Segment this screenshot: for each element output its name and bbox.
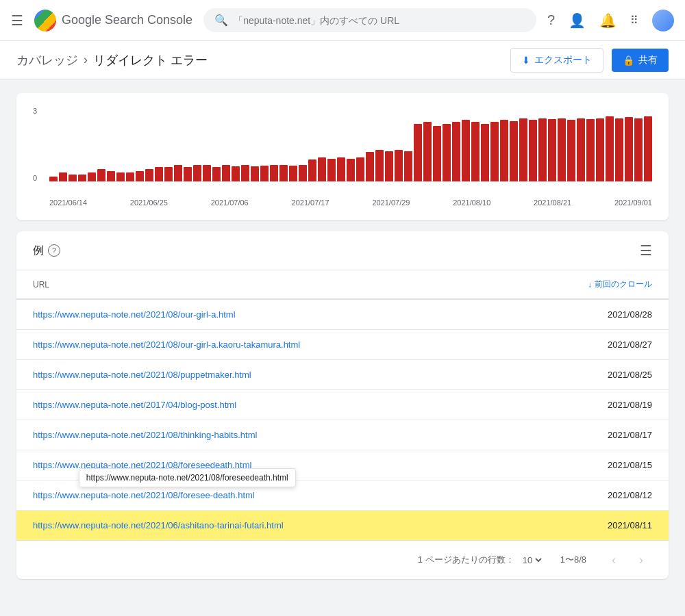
row-url-link[interactable]: https://www.neputa-note.net/2021/08/pupp… — [33, 370, 251, 380]
row-url-link[interactable]: https://www.neputa-note.net/2021/08/fore… — [33, 460, 251, 470]
row-date: 2021/08/17 — [608, 430, 652, 440]
pagination-nav: ‹ › — [603, 549, 652, 571]
accounts-icon[interactable]: 👤 — [569, 12, 586, 29]
chart-bar — [299, 165, 307, 182]
x-label: 2021/07/06 — [211, 198, 249, 207]
x-label: 2021/07/17 — [292, 198, 329, 207]
apps-icon[interactable]: ⠿ — [630, 14, 638, 27]
chart-bar — [606, 116, 614, 182]
chart-bar — [327, 159, 336, 182]
help-icon[interactable]: ? — [547, 12, 555, 28]
chart-bar — [586, 119, 595, 182]
chart-bar — [203, 165, 211, 182]
chart-bar — [251, 166, 259, 182]
breadcrumb-separator: › — [84, 53, 88, 67]
chart-bar — [548, 119, 556, 182]
chart-bar — [577, 118, 585, 183]
pagination-next-button[interactable]: › — [630, 549, 652, 571]
chart-bar — [193, 165, 201, 182]
chart-bar — [510, 121, 518, 182]
chart-x-labels: 2021/06/142021/06/252021/07/062021/07/17… — [33, 198, 652, 207]
search-bar[interactable]: 🔍 — [203, 8, 536, 32]
chart-bar — [97, 169, 105, 182]
chart-bar — [366, 152, 374, 182]
pagination-prev-button[interactable]: ‹ — [603, 549, 625, 571]
sub-header: カバレッジ › リダイレクト エラー ⬇ エクスポート 🔒 共有 — [0, 41, 685, 79]
chart-bar — [232, 166, 240, 182]
x-label: 2021/06/25 — [130, 198, 168, 207]
col-crawl-header[interactable]: ↓ 前回のクロール — [588, 279, 652, 290]
menu-icon[interactable]: ☰ — [11, 12, 23, 29]
logo-image — [34, 10, 56, 31]
table-help-icon[interactable]: ? — [48, 244, 60, 257]
avatar[interactable] — [652, 10, 674, 31]
chart-bar — [385, 151, 393, 182]
export-button[interactable]: ⬇ エクスポート — [510, 48, 603, 73]
chart-bar — [490, 122, 499, 182]
chart-container: 3 0 — [33, 107, 652, 196]
chart-bar — [558, 118, 566, 183]
chart-bar — [260, 166, 269, 182]
chart-bar — [500, 120, 508, 182]
search-input[interactable] — [234, 15, 525, 26]
rows-per-page-select[interactable]: 10 25 50 — [520, 554, 544, 566]
chart-bar — [404, 151, 412, 182]
breadcrumb-current: リダイレクト エラー — [93, 52, 208, 68]
chart-bar — [443, 124, 451, 182]
table-col-headers: URL ↓ 前回のクロール — [16, 270, 669, 300]
chart-bar — [241, 165, 249, 182]
y-label-bottom: 0 — [33, 174, 47, 182]
chart-bar — [356, 157, 364, 182]
table-row: https://www.neputa-note.net/2021/08/our-… — [16, 300, 669, 330]
row-url-link[interactable]: https://www.neputa-note.net/2021/08/thin… — [33, 430, 257, 440]
row-url-link[interactable]: https://www.neputa-note.net/2021/08/our-… — [33, 309, 236, 320]
pagination-rows-label: 1 ページあたりの行数： 10 25 50 — [418, 554, 544, 566]
share-button[interactable]: 🔒 共有 — [612, 49, 669, 72]
chart-bar — [567, 120, 575, 182]
chart-bar — [289, 166, 297, 182]
pagination: 1 ページあたりの行数： 10 25 50 1〜8/8 ‹ › — [16, 540, 669, 579]
table-row: https://www.neputa-note.net/2021/06/ashi… — [16, 511, 669, 540]
sub-header-actions: ⬇ エクスポート 🔒 共有 — [510, 48, 669, 73]
x-label: 2021/09/01 — [614, 198, 652, 207]
chart-bar — [462, 120, 470, 182]
row-url-link[interactable]: https://www.neputa-note.net/2021/08/fore… — [33, 490, 255, 500]
table-card: 例 ? ☰ URL ↓ 前回のクロール https://www.neputa-n… — [16, 231, 669, 579]
pagination-range: 1〜8/8 — [560, 554, 586, 566]
chart-card: 3 0 2021/06/142021/06/252021/07/062021/0… — [16, 93, 669, 220]
crawl-sort-arrow: ↓ — [588, 280, 592, 290]
chart-bar — [423, 122, 432, 182]
table-title: 例 — [33, 244, 44, 258]
filter-icon[interactable]: ☰ — [640, 242, 652, 259]
breadcrumb-parent[interactable]: カバレッジ — [16, 52, 78, 68]
row-url-link[interactable]: https://www.neputa-note.net/2021/08/our-… — [33, 339, 300, 350]
chart-bar — [174, 165, 182, 182]
notifications-icon[interactable]: 🔔 — [599, 12, 616, 29]
x-label: 2021/08/21 — [534, 198, 571, 207]
chart-bar — [529, 120, 537, 182]
table-rows-container: https://www.neputa-note.net/2021/08/our-… — [16, 300, 669, 540]
row-date: 2021/08/25 — [608, 370, 652, 380]
y-label-top: 3 — [33, 107, 47, 115]
table-row: https://www.neputa-note.net/2021/08/our-… — [16, 330, 669, 360]
table-row: https://www.neputa-note.net/2021/08/fore… — [16, 480, 669, 511]
col-url-header: URL — [33, 280, 588, 290]
chart-bar — [164, 167, 173, 182]
row-url-link[interactable]: https://www.neputa-note.net/2021/06/ashi… — [33, 520, 284, 530]
chart-baseline — [49, 181, 652, 182]
chart-bar — [433, 126, 441, 183]
app-title: Google Search Console — [62, 13, 192, 27]
x-label: 2021/08/10 — [453, 198, 490, 207]
chart-bar — [279, 165, 288, 182]
logo: Google Search Console — [34, 10, 192, 31]
main-content: 3 0 2021/06/142021/06/252021/07/062021/0… — [0, 79, 685, 593]
chart-bar — [184, 167, 192, 182]
row-url-link[interactable]: https://www.neputa-note.net/2017/04/blog… — [33, 400, 236, 410]
chart-bar — [347, 159, 355, 182]
table-header-row: 例 ? ☰ — [16, 231, 669, 270]
chart-bar — [452, 122, 460, 182]
row-date: 2021/08/12 — [608, 490, 652, 500]
chart-bar — [337, 157, 345, 182]
table-row: https://www.neputa-note.net/2021/08/fore… — [16, 450, 669, 480]
breadcrumb: カバレッジ › リダイレクト エラー — [16, 52, 208, 68]
